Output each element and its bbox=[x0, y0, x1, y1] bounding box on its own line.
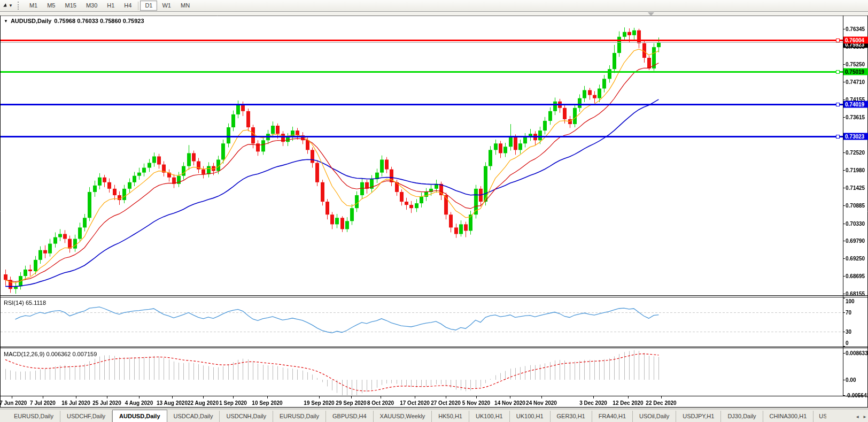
rsi-scale-label: 30 bbox=[846, 329, 851, 335]
price-axis-label: 0.69250 bbox=[846, 255, 865, 261]
hline-price-tag: 0.73023 bbox=[843, 133, 868, 140]
rsi-scale-label: 100 bbox=[846, 298, 855, 304]
date-axis-label: 4 Aug 2020 bbox=[125, 400, 153, 406]
macd-scale-label: 0.008633 bbox=[846, 350, 868, 356]
chart-symbol-label: AUDUSD,Daily bbox=[11, 18, 51, 24]
price-axis-label: 0.68155 bbox=[846, 291, 865, 297]
rsi-panel-label: RSI(14) 65.1118 bbox=[4, 300, 46, 306]
date-axis-label: 8 Oct 2020 bbox=[367, 400, 394, 406]
price-axis-label: 0.68695 bbox=[846, 273, 865, 279]
date-axis-label: 22 Dec 2020 bbox=[646, 400, 676, 406]
price-axis-label: 0.74710 bbox=[846, 79, 865, 85]
mt4-window: ▼ M1M5M15M30H1H4D1W1MN ▼ AUDUSD,Daily 0.… bbox=[0, 0, 868, 422]
price-axis-label: 0.69790 bbox=[846, 238, 865, 244]
price-axis-label: 0.70885 bbox=[846, 203, 865, 209]
date-axis-label: 13 Aug 2020 bbox=[157, 400, 188, 406]
date-axis-label: 29 Sep 2020 bbox=[336, 400, 366, 406]
chart-canvas[interactable] bbox=[0, 0, 868, 422]
date-axis-label: 5 Nov 2020 bbox=[462, 400, 490, 406]
price-axis-label: 0.75250 bbox=[846, 62, 865, 67]
hline-price-tag: 0.74019 bbox=[843, 101, 868, 108]
date-axis-label: 7 Jul 2020 bbox=[30, 400, 56, 406]
date-axis-label: 22 Aug 2020 bbox=[188, 400, 219, 406]
rsi-scale-label: 0 bbox=[846, 340, 849, 346]
date-axis-label: 14 Nov 2020 bbox=[494, 400, 525, 406]
price-axis-label: 0.71425 bbox=[846, 185, 865, 191]
date-axis-label: 3 Dec 2020 bbox=[579, 400, 607, 406]
macd-panel-label: MACD(12,26,9) 0.006362 0.007159 bbox=[4, 351, 97, 357]
date-axis-label: 24 Nov 2020 bbox=[526, 400, 557, 406]
date-axis-label: 27 Oct 2020 bbox=[431, 400, 461, 406]
macd-scale-label: -0.005641 bbox=[846, 393, 868, 398]
date-axis-label: 17 Oct 2020 bbox=[400, 400, 430, 406]
macd-scale-label: 0.00 bbox=[846, 377, 856, 383]
chart-dropdown-icon[interactable]: ▼ bbox=[4, 19, 8, 24]
date-axis-label: 27 Jun 2020 bbox=[0, 400, 27, 406]
price-axis-label: 0.76345 bbox=[846, 26, 865, 32]
chart-ohlc-values: 0.75968 0.76033 0.75860 0.75923 bbox=[54, 18, 144, 24]
date-axis-label: 19 Sep 2020 bbox=[304, 400, 334, 406]
rsi-scale-label: 70 bbox=[846, 310, 851, 316]
date-axis-label: 16 Jul 2020 bbox=[61, 400, 90, 406]
date-axis-label: 10 Sep 2020 bbox=[252, 400, 282, 406]
date-axis-label: 1 Sep 2020 bbox=[219, 400, 247, 406]
price-axis-label: 0.70330 bbox=[846, 220, 865, 226]
date-axis-label: 12 Dec 2020 bbox=[613, 400, 643, 406]
chart-title: ▼ AUDUSD,Daily 0.75968 0.76033 0.75860 0… bbox=[4, 18, 144, 24]
price-axis-label: 0.72520 bbox=[846, 150, 865, 156]
scroll-to-end-marker-icon bbox=[648, 12, 654, 16]
date-axis-label: 25 Jul 2020 bbox=[92, 400, 121, 406]
hline-price-tag: 0.75019 bbox=[843, 68, 868, 75]
price-axis-label: 0.71980 bbox=[846, 167, 865, 173]
hline-price-tag: 0.76004 bbox=[843, 36, 868, 43]
price-axis-label: 0.73615 bbox=[846, 114, 865, 120]
